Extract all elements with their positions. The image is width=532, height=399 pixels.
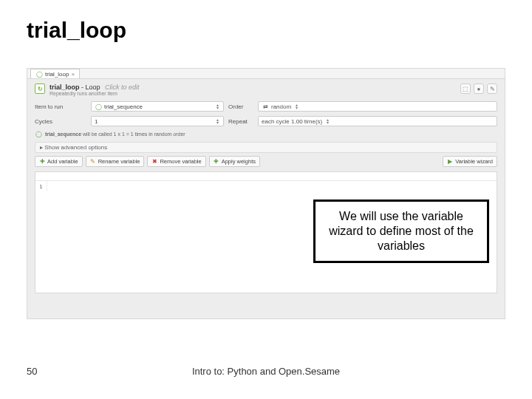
button-label: Rename variable xyxy=(98,158,140,165)
script-button[interactable]: ● xyxy=(474,83,484,94)
rename-variable-button[interactable]: ✎ Rename variable xyxy=(86,156,145,167)
table-header xyxy=(35,172,497,181)
help-button[interactable]: ⬚ xyxy=(460,83,471,94)
pencil-icon: ✎ xyxy=(90,159,96,165)
status-line: ◯ trial_sequence will be called 1 x 1 = … xyxy=(27,129,505,139)
x-icon: ✖ xyxy=(151,159,157,165)
loop-type: Loop xyxy=(86,83,100,91)
shuffle-icon: ⇄ xyxy=(262,103,269,110)
repeat-label: Repeat xyxy=(228,118,253,125)
footer-title: Intro to: Python and Open.Sesame xyxy=(27,366,505,377)
slide-title: trial_loop xyxy=(27,18,126,43)
advanced-label: Show advanced options xyxy=(44,144,107,151)
remove-variable-button[interactable]: ✖ Remove variable xyxy=(147,156,205,167)
status-prefix: trial_sequence xyxy=(45,132,81,137)
variable-toolbar: ✚ Add variable ✎ Rename variable ✖ Remov… xyxy=(35,156,497,167)
button-label: Apply weights xyxy=(222,158,256,165)
order-label: Order xyxy=(228,103,253,110)
loop-name[interactable]: trial_loop xyxy=(50,83,80,91)
item-to-run-select[interactable]: ◯ trial_sequence ▴▾ xyxy=(91,101,224,112)
tab-bar: ◯ trial_loop × xyxy=(27,69,505,79)
order-value: random xyxy=(271,103,291,110)
annotation-callout: We will use the variable wizard to defin… xyxy=(313,200,489,263)
loop-subtitle: Repeatedly runs another item xyxy=(50,91,140,96)
button-label: Remove variable xyxy=(160,158,201,165)
stepper-icon: ▴▾ xyxy=(214,103,220,109)
item-to-run-label: Item to run xyxy=(35,103,86,110)
stepper-icon[interactable]: ▴▾ xyxy=(214,118,220,124)
status-suffix: will be called 1 x 1 = 1 times in random… xyxy=(81,132,185,137)
loop-icon: ◯ xyxy=(35,70,43,78)
button-label: Variable wizard xyxy=(455,158,493,165)
tab-label: trial_loop xyxy=(45,71,69,78)
plus-icon: ✚ xyxy=(39,159,45,165)
slide-footer: 50 Intro to: Python and Open.Sesame xyxy=(27,366,505,377)
close-icon[interactable]: × xyxy=(71,71,75,78)
apply-weights-button[interactable]: ✚ Apply weights xyxy=(209,156,260,167)
cycles-value: 1 xyxy=(95,118,212,125)
tab-trial-loop[interactable]: ◯ trial_loop × xyxy=(30,69,80,78)
stepper-icon: ▴▾ xyxy=(293,103,299,109)
variable-wizard-button[interactable]: ▶ Variable wizard xyxy=(443,156,497,167)
row-number: 1 xyxy=(35,181,47,191)
loop-header: ↻ trial_loop - Loop Click to edit Repeat… xyxy=(27,79,505,99)
sequence-icon: ◯ xyxy=(35,130,42,137)
button-label: Add variable xyxy=(47,158,78,165)
repeat-input[interactable]: each cycle 1.00 time(s) ▴▾ xyxy=(258,116,497,126)
sequence-icon: ◯ xyxy=(95,103,102,110)
item-to-run-value: trial_sequence xyxy=(104,103,212,110)
cycles-label: Cycles xyxy=(35,118,86,125)
stepper-icon[interactable]: ▴▾ xyxy=(324,118,330,124)
opensesame-window: ◯ trial_loop × ↻ trial_loop - Loop Click… xyxy=(27,68,505,319)
add-variable-button[interactable]: ✚ Add variable xyxy=(35,156,83,167)
repeat-value: each cycle 1.00 time(s) xyxy=(262,118,322,125)
settings-button[interactable]: ✎ xyxy=(487,83,497,94)
cycles-input[interactable]: 1 ▴▾ xyxy=(91,116,224,126)
loop-icon: ↻ xyxy=(35,83,45,94)
order-select[interactable]: ⇄ random ▴▾ xyxy=(258,101,497,112)
click-to-edit-hint: Click to edit xyxy=(105,83,140,91)
plus-icon: ✚ xyxy=(214,159,219,165)
show-advanced-toggle[interactable]: ▸ Show advanced options xyxy=(35,142,497,153)
play-icon: ▶ xyxy=(447,159,453,165)
